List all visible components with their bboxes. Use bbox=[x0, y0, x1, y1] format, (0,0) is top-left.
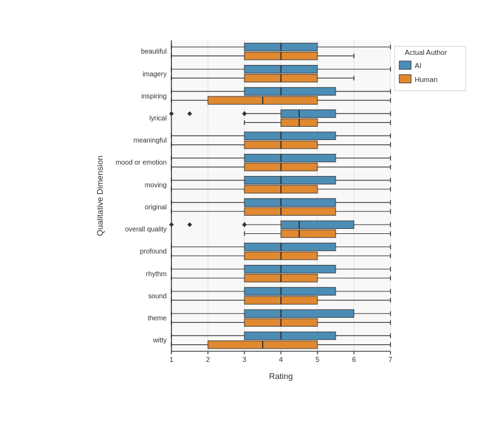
svg-text:mood or emotion: mood or emotion bbox=[116, 158, 167, 166]
svg-text:Actual Author: Actual Author bbox=[405, 49, 447, 56]
svg-text:overall quality: overall quality bbox=[125, 225, 168, 233]
svg-text:2: 2 bbox=[206, 356, 210, 363]
svg-rect-218 bbox=[399, 74, 411, 83]
box-plot-chart: text { font-family: Arial, sans-serif; }… bbox=[94, 20, 485, 392]
svg-text:4: 4 bbox=[279, 356, 283, 363]
svg-text:Human: Human bbox=[415, 75, 437, 83]
svg-rect-80 bbox=[244, 154, 336, 161]
svg-text:Qualitative Dimension: Qualitative Dimension bbox=[95, 155, 105, 236]
svg-rect-106 bbox=[244, 198, 336, 206]
svg-rect-135 bbox=[244, 243, 336, 250]
svg-text:original: original bbox=[145, 202, 167, 210]
svg-rect-112 bbox=[244, 207, 336, 215]
svg-text:1: 1 bbox=[169, 356, 173, 363]
svg-text:rhythm: rhythm bbox=[146, 269, 167, 277]
svg-text:moving: moving bbox=[145, 180, 167, 188]
svg-rect-119 bbox=[281, 221, 354, 228]
svg-text:AI: AI bbox=[415, 62, 421, 69]
svg-text:imagery: imagery bbox=[142, 69, 167, 77]
svg-rect-38 bbox=[244, 87, 336, 95]
svg-text:theme: theme bbox=[148, 314, 167, 322]
svg-rect-67 bbox=[244, 132, 336, 139]
chart-container: text { font-family: Arial, sans-serif; }… bbox=[6, 8, 498, 430]
svg-text:sound: sound bbox=[148, 291, 166, 299]
svg-text:6: 6 bbox=[352, 356, 356, 363]
svg-rect-187 bbox=[244, 332, 336, 339]
svg-text:witty: witty bbox=[152, 336, 167, 344]
svg-text:lyrical: lyrical bbox=[149, 114, 167, 122]
svg-rect-174 bbox=[244, 310, 354, 317]
svg-text:7: 7 bbox=[389, 356, 392, 363]
svg-text:meaningful: meaningful bbox=[134, 136, 167, 144]
svg-rect-93 bbox=[244, 176, 336, 184]
svg-rect-148 bbox=[244, 265, 336, 272]
svg-text:profound: profound bbox=[140, 247, 167, 255]
svg-text:3: 3 bbox=[243, 356, 246, 363]
svg-text:Rating: Rating bbox=[269, 371, 293, 381]
svg-text:inspiring: inspiring bbox=[141, 91, 166, 99]
svg-rect-51 bbox=[281, 109, 336, 117]
svg-rect-216 bbox=[399, 61, 411, 69]
svg-rect-161 bbox=[244, 287, 336, 294]
svg-rect-128 bbox=[281, 230, 336, 237]
svg-text:5: 5 bbox=[316, 356, 319, 363]
svg-text:beautiful: beautiful bbox=[141, 47, 167, 55]
